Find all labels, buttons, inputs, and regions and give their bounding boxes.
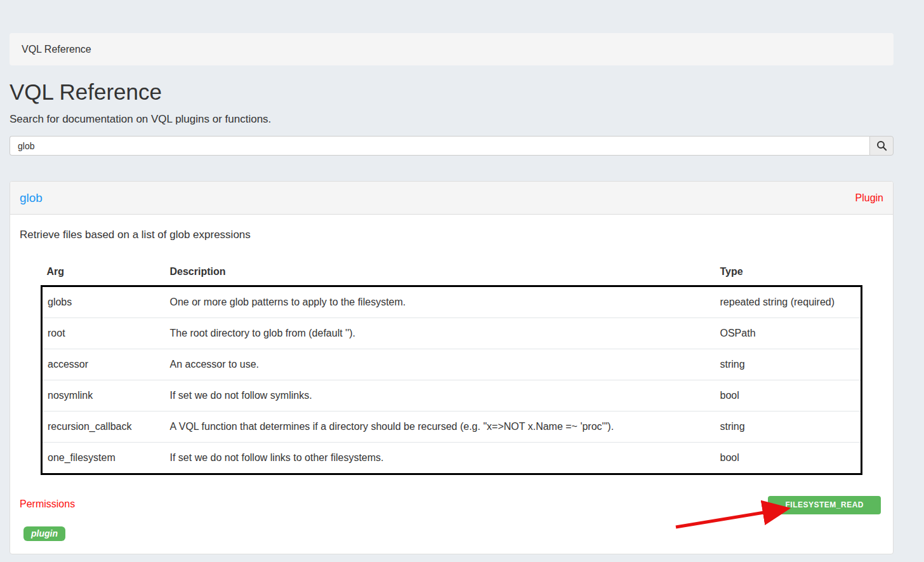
type-cell: repeated string (required) xyxy=(715,286,862,318)
description-cell: One or more glob patterns to apply to th… xyxy=(165,286,715,318)
table-row: recursion_callback A VQL function that d… xyxy=(42,411,862,443)
description-cell: If set we do not follow links to other f… xyxy=(165,443,715,474)
description-cell: A VQL function that determines if a dire… xyxy=(165,411,715,443)
column-header-arg: Arg xyxy=(42,258,165,286)
column-header-description: Description xyxy=(165,258,715,286)
permissions-section: Permissions FILESYSTEM_READ xyxy=(20,498,883,510)
plugin-name-link[interactable]: glob xyxy=(20,191,43,205)
breadcrumb: VQL Reference xyxy=(10,33,894,65)
args-table: Arg Description Type globs One or more g… xyxy=(41,258,862,475)
result-card-header: glob Plugin xyxy=(10,182,893,215)
description-cell: The root directory to glob from (default… xyxy=(165,318,715,349)
plugin-description: Retrieve files based on a list of glob e… xyxy=(20,227,883,243)
result-card: glob Plugin Retrieve files based on a li… xyxy=(10,181,894,554)
arg-cell: accessor xyxy=(42,349,165,380)
permissions-label: Permissions xyxy=(20,498,75,509)
type-cell: bool xyxy=(715,443,862,474)
result-card-body: Retrieve files based on a list of glob e… xyxy=(10,215,893,554)
plugin-kind-label: Plugin xyxy=(855,191,883,205)
plugin-type-badge: plugin xyxy=(23,526,65,541)
search-bar xyxy=(10,136,894,156)
arg-cell: root xyxy=(42,318,165,349)
page-subtitle: Search for documentation on VQL plugins … xyxy=(10,113,894,125)
main-content: VQL Reference VQL Reference Search for d… xyxy=(10,0,894,554)
search-icon xyxy=(876,140,887,151)
table-row: accessor An accessor to use. string xyxy=(42,349,862,380)
table-row: root The root directory to glob from (de… xyxy=(42,318,862,349)
arg-cell: nosymlink xyxy=(42,380,165,411)
table-row: globs One or more glob patterns to apply… xyxy=(42,286,862,318)
page-title: VQL Reference xyxy=(10,81,894,103)
search-input[interactable] xyxy=(10,136,869,156)
arg-cell: one_filesystem xyxy=(42,443,165,474)
type-cell: OSPath xyxy=(715,318,862,349)
type-cell: bool xyxy=(715,380,862,411)
table-row: nosymlink If set we do not follow symlin… xyxy=(42,380,862,411)
permission-badge: FILESYSTEM_READ xyxy=(768,496,881,514)
arg-cell: recursion_callback xyxy=(42,411,165,443)
description-cell: An accessor to use. xyxy=(165,349,715,380)
args-table-body-highlighted: globs One or more glob patterns to apply… xyxy=(42,286,862,474)
column-header-type: Type xyxy=(715,258,862,286)
description-cell: If set we do not follow symlinks. xyxy=(165,380,715,411)
table-row: one_filesystem If set we do not follow l… xyxy=(42,443,862,474)
arg-cell: globs xyxy=(42,286,165,318)
type-cell: string xyxy=(715,349,862,380)
breadcrumb-item-current: VQL Reference xyxy=(22,44,91,55)
type-cell: string xyxy=(715,411,862,443)
search-button[interactable] xyxy=(869,136,894,156)
args-table-header-row: Arg Description Type xyxy=(42,258,862,286)
